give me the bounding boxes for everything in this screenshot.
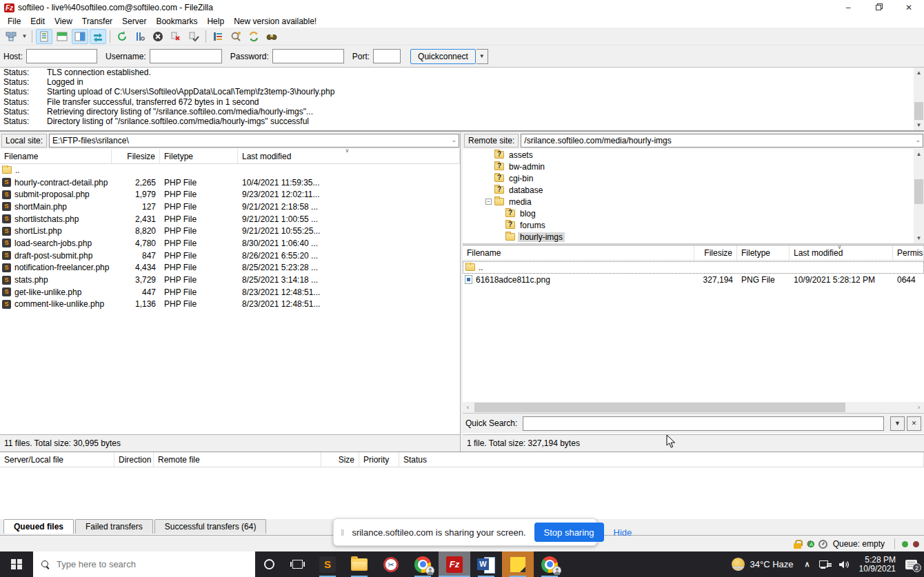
- quick-search-close-icon[interactable]: ✕: [907, 416, 921, 431]
- taskbar-clock[interactable]: 5:28 PM 10/9/2021: [859, 556, 896, 574]
- tree-scrollbar[interactable]: ▲ ▼: [914, 149, 924, 243]
- menu-item-bookmarks[interactable]: Bookmarks: [151, 16, 202, 27]
- tab-queued-files[interactable]: Queued files: [3, 519, 74, 534]
- table-row[interactable]: ..: [463, 261, 924, 274]
- tab-failed-transfers[interactable]: Failed transfers: [75, 519, 153, 534]
- table-row[interactable]: Shourly-contract-detail.php2,265PHP File…: [0, 176, 460, 189]
- scroll-right-icon[interactable]: ›: [914, 402, 924, 413]
- table-row[interactable]: Sshortlistchats.php2,431PHP File9/21/202…: [0, 213, 460, 225]
- taskbar-app-file-explorer[interactable]: [343, 551, 375, 577]
- toggle-local-tree-button[interactable]: [54, 29, 70, 44]
- password-input[interactable]: [272, 49, 344, 63]
- taskbar-app-word[interactable]: W: [470, 551, 502, 577]
- scroll-up-icon[interactable]: ▲: [914, 149, 924, 159]
- sync-browsing-button[interactable]: [245, 29, 262, 44]
- taskbar-app-filezilla[interactable]: Fz: [439, 551, 470, 577]
- toggle-log-button[interactable]: [36, 29, 52, 44]
- table-row[interactable]: Scomment-like-unlike.php1,136PHP File8/2…: [0, 298, 460, 311]
- volume-icon[interactable]: [838, 560, 850, 569]
- chevron-down-icon[interactable]: ⌄: [915, 136, 921, 143]
- cancel-operation-button[interactable]: [150, 29, 166, 44]
- hidden-icons-chevron[interactable]: ∧: [805, 560, 810, 569]
- taskbar-app-snipping-tool[interactable]: ✂: [375, 551, 407, 577]
- local-column-filesize[interactable]: Filesize: [112, 149, 160, 163]
- process-queue-button[interactable]: [132, 29, 148, 44]
- tree-item-cgi-bin[interactable]: cgi-bin: [463, 172, 914, 184]
- remote-column-filesize[interactable]: Filesize: [694, 245, 737, 260]
- table-row[interactable]: Sdraft-post-submit.php847PHP File8/26/20…: [0, 250, 460, 262]
- network-icon[interactable]: [819, 560, 830, 569]
- toggle-remote-tree-button[interactable]: [72, 29, 88, 44]
- queue-column-server-local-file[interactable]: Server/Local file: [0, 452, 114, 467]
- refresh-button[interactable]: [114, 29, 130, 44]
- taskbar-app-sublime-text[interactable]: S: [312, 551, 343, 577]
- tab-successful-transfers-64[interactable]: Successful transfers (64): [154, 519, 267, 534]
- table-row[interactable]: SshortMain.php127PHP File9/21/2021 2:18:…: [0, 201, 460, 213]
- username-input[interactable]: [150, 49, 222, 63]
- menu-item-view[interactable]: View: [50, 16, 77, 27]
- menu-item-transfer[interactable]: Transfer: [77, 16, 117, 27]
- tree-item-database[interactable]: database: [463, 184, 914, 196]
- table-row[interactable]: Ssubmit-proposal.php1,979PHP File9/23/20…: [0, 188, 460, 201]
- quickconnect-dropdown[interactable]: ▼: [476, 49, 488, 64]
- disconnect-button[interactable]: [168, 29, 184, 44]
- taskbar-search[interactable]: [33, 551, 255, 577]
- table-row[interactable]: Sload-search-jobs.php4,780PHP File8/30/2…: [0, 237, 460, 250]
- start-button[interactable]: [0, 551, 33, 577]
- table-row[interactable]: SshortList.php8,820PHP File9/21/2021 10:…: [0, 225, 460, 237]
- tree-item-bw-admin[interactable]: bw-admin: [463, 161, 914, 172]
- notification-center-icon[interactable]: 2: [905, 560, 917, 569]
- tree-item-hourly-imgs[interactable]: hourly-imgs: [463, 231, 914, 243]
- queue-column-direction[interactable]: Direction: [114, 452, 154, 467]
- tree-item-assets[interactable]: assets: [463, 149, 914, 161]
- local-column-filename[interactable]: Filename: [0, 149, 112, 163]
- local-site-combo[interactable]: E:\FTP-files\srilance\ ⌄: [49, 134, 459, 148]
- queue-column-remote-file[interactable]: Remote file: [154, 452, 321, 467]
- table-row[interactable]: Sget-like-unlike.php447PHP File8/23/2021…: [0, 286, 460, 298]
- cortana-button[interactable]: [255, 551, 283, 577]
- remote-column-last-modified[interactable]: Last modified: [790, 245, 893, 260]
- hide-link[interactable]: Hide: [614, 527, 632, 538]
- close-button[interactable]: ✕: [894, 0, 924, 15]
- taskbar-app-chrome-1[interactable]: [407, 551, 439, 577]
- taskbar-app-chrome-2[interactable]: [534, 551, 565, 577]
- table-row[interactable]: Sstats.php3,729PHP File8/25/2021 3:14:18…: [0, 274, 460, 286]
- chevron-down-icon[interactable]: ⌄: [451, 136, 456, 143]
- tree-item-media[interactable]: −media: [463, 196, 914, 207]
- local-column-filetype[interactable]: Filetype: [160, 149, 238, 163]
- remote-column-permissions[interactable]: Permissions: [893, 245, 924, 260]
- quickconnect-button[interactable]: Quickconnect: [410, 49, 476, 64]
- remote-column-filename[interactable]: Filename: [463, 245, 694, 260]
- port-input[interactable]: [373, 49, 401, 63]
- drag-handle-icon[interactable]: ‖: [341, 527, 345, 538]
- host-input[interactable]: [26, 49, 97, 63]
- site-manager-dropdown[interactable]: ▼: [20, 29, 29, 44]
- menu-item-help[interactable]: Help: [202, 16, 229, 27]
- search-input[interactable]: [57, 559, 222, 569]
- taskbar-app-sticky-notes[interactable]: [502, 551, 534, 577]
- remote-site-combo[interactable]: /srilance.softileo.com/media/hourly-imgs…: [521, 134, 923, 148]
- reconnect-button[interactable]: [185, 29, 202, 44]
- table-row[interactable]: 61618adce811c.png327,194PNG File10/9/202…: [463, 274, 924, 286]
- menu-item-new-version-available[interactable]: New version available!: [229, 16, 321, 27]
- menu-item-edit[interactable]: Edit: [26, 16, 50, 27]
- scroll-down-icon[interactable]: ▼: [914, 120, 924, 130]
- queue-column-size[interactable]: Size: [321, 452, 359, 467]
- table-row[interactable]: ..: [0, 164, 460, 176]
- tree-item-blog[interactable]: blog: [463, 207, 914, 219]
- scroll-left-icon[interactable]: ‹: [463, 402, 473, 413]
- local-column-last-modified[interactable]: Last modified: [238, 149, 460, 163]
- quick-search-dropdown[interactable]: ▼: [890, 416, 905, 431]
- task-view-button[interactable]: [283, 551, 312, 577]
- scroll-up-icon[interactable]: ▲: [914, 68, 924, 78]
- weather-text[interactable]: 34°C Haze: [750, 559, 794, 569]
- scroll-down-icon[interactable]: ▼: [914, 233, 924, 243]
- menu-item-file[interactable]: File: [3, 16, 26, 27]
- restore-button[interactable]: [863, 0, 894, 15]
- horizontal-scrollbar[interactable]: ‹ ›: [463, 402, 924, 413]
- quick-search-input[interactable]: [523, 416, 884, 431]
- log-scrollbar[interactable]: ▲ ▼: [914, 68, 924, 130]
- table-row[interactable]: Snotification-freelancer.php4,434PHP Fil…: [0, 262, 460, 274]
- queue-column-status[interactable]: Status: [399, 452, 924, 467]
- toggle-queue-button[interactable]: [90, 29, 106, 44]
